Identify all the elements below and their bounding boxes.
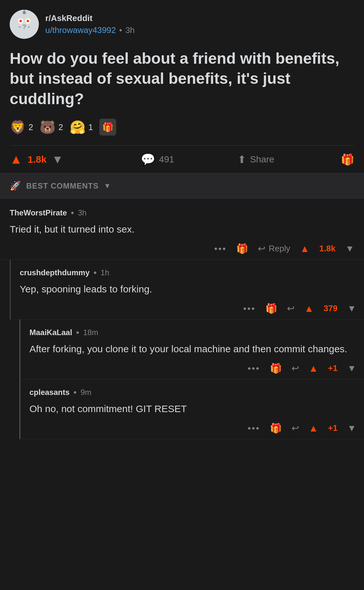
- comment-n3-reply-button[interactable]: ↩: [292, 423, 299, 433]
- comment-n3-dot: •: [73, 387, 77, 398]
- comment-1-actions: ••• 🎁 ↩ Reply ▲ 1.8k ▼: [10, 243, 354, 254]
- comment-n2-upvote-button[interactable]: ▲: [309, 363, 318, 374]
- rocket-icon: 🚀: [10, 180, 21, 191]
- post-time: 3h: [125, 25, 135, 35]
- downvote-button[interactable]: ▼: [52, 153, 63, 166]
- comment-n3-vote-count: +1: [328, 423, 338, 433]
- vote-section: ▲ 1.8k ▼: [10, 152, 108, 167]
- comment-n1-reply-button[interactable]: ↩: [287, 303, 294, 314]
- comment-1-time: 3h: [78, 208, 87, 217]
- comment-n2-downvote-button[interactable]: ▼: [347, 363, 356, 374]
- comment-n1-username[interactable]: crushdepthdummy: [20, 268, 90, 277]
- comment-n2-actions: ••• 🎁 ↩ ▲ +1 ▼: [29, 363, 356, 374]
- comment-1-dot: •: [71, 208, 74, 218]
- dot-separator: •: [119, 25, 122, 35]
- comment-1-more-button[interactable]: •••: [214, 244, 226, 254]
- award-count-3: 1: [88, 122, 93, 132]
- comment-n2-dot: •: [76, 327, 79, 338]
- post-actions: ▲ 1.8k ▼ 💬 491 ⬆ Share 🎁: [10, 145, 354, 173]
- chevron-down-icon: ▼: [104, 182, 111, 190]
- comment-nested-3: cpleasants • 9m Oh no, not commitment! G…: [19, 379, 364, 439]
- comment-n1-header: crushdepthdummy • 1h: [20, 268, 356, 278]
- comment-n3-downvote-button[interactable]: ▼: [347, 423, 356, 433]
- comment-1-body: Tried it, but it turned into sex.: [10, 222, 354, 236]
- share-label: Share: [250, 154, 274, 165]
- post-username[interactable]: u/throwaway43992: [45, 25, 116, 35]
- comment-n1-time: 1h: [101, 268, 109, 277]
- award-item-3: 🤗 1: [70, 120, 93, 135]
- award-item-1: 🦁 2: [10, 120, 33, 135]
- share-button[interactable]: ⬆ Share: [207, 153, 305, 166]
- comment-n2-header: MaaiKaLaal • 18m: [29, 327, 356, 338]
- reply-icon-1: ↩: [258, 243, 265, 254]
- comment-n1-more-button[interactable]: •••: [243, 303, 256, 314]
- post-gift-button[interactable]: 🎁: [305, 153, 354, 166]
- reply-icon-n3: ↩: [292, 423, 299, 433]
- award-emoji-2: 🐻: [39, 120, 56, 135]
- comment-n2-username[interactable]: MaaiKaLaal: [29, 328, 72, 337]
- comment-1-downvote-button[interactable]: ▼: [345, 244, 354, 254]
- share-icon: ⬆: [237, 153, 246, 166]
- svg-rect-9: [19, 27, 21, 27]
- subreddit-info: r/AskReddit u/throwaway43992 • 3h: [45, 13, 135, 35]
- comment-n1-body: Yep, spooning leads to forking.: [20, 282, 356, 296]
- award-emoji-1: 🦁: [10, 120, 26, 135]
- post-header: ? r/AskReddit u/throwaway43992 • 3h: [10, 10, 354, 39]
- comments-section: TheWorstPirate • 3h Tried it, but it tur…: [0, 199, 364, 439]
- comment-n2-gift-button[interactable]: 🎁: [270, 363, 282, 374]
- comment-n1-actions: ••• 🎁 ↩ ▲ 379 ▼: [20, 303, 356, 314]
- vote-count: 1.8k: [28, 154, 47, 165]
- comment-n3-gift-button[interactable]: 🎁: [270, 422, 282, 434]
- comment-n1-vote-count: 379: [324, 303, 337, 313]
- comment-nested-2: MaaiKaLaal • 18m After forking, you clon…: [19, 320, 364, 379]
- comment-n1-downvote-button[interactable]: ▼: [347, 303, 356, 314]
- best-comments-bar[interactable]: 🚀 BEST COMMENTS ▼: [0, 173, 364, 199]
- gift-award-button[interactable]: 🎁: [99, 119, 116, 136]
- post-container: ? r/AskReddit u/throwaway43992 • 3h How …: [0, 0, 364, 173]
- comment-1-username[interactable]: TheWorstPirate: [10, 208, 67, 217]
- comment-1-upvote-button[interactable]: ▲: [300, 243, 310, 254]
- comment-n2-time: 18m: [83, 328, 98, 337]
- subreddit-name[interactable]: r/AskReddit: [45, 13, 135, 23]
- comment-n2-more-button[interactable]: •••: [248, 363, 260, 374]
- svg-point-4: [19, 20, 22, 22]
- award-count-1: 2: [28, 122, 33, 132]
- comment-1-header: TheWorstPirate • 3h: [10, 208, 354, 218]
- svg-text:?: ?: [22, 23, 26, 30]
- svg-rect-10: [28, 27, 30, 27]
- comment-n1-gift-button[interactable]: 🎁: [265, 303, 277, 314]
- reply-icon-n2: ↩: [292, 363, 299, 374]
- award-emoji-3: 🤗: [70, 120, 86, 135]
- avatar: ?: [10, 10, 39, 39]
- svg-point-5: [27, 20, 29, 22]
- comment-n1-upvote-button[interactable]: ▲: [304, 303, 314, 314]
- reply-icon-n1: ↩: [287, 303, 294, 314]
- comment-n3-upvote-button[interactable]: ▲: [309, 423, 318, 434]
- comment-n3-actions: ••• 🎁 ↩ ▲ +1 ▼: [29, 422, 356, 434]
- comment-n3-more-button[interactable]: •••: [248, 423, 260, 433]
- best-comments-label: BEST COMMENTS: [26, 181, 99, 191]
- comment-n2-vote-count: +1: [328, 363, 338, 373]
- comment-1: TheWorstPirate • 3h Tried it, but it tur…: [0, 199, 364, 260]
- comment-1-vote-count: 1.8k: [319, 244, 336, 254]
- comment-icon: 💬: [141, 153, 155, 166]
- comment-n3-username[interactable]: cpleasants: [29, 388, 70, 397]
- comment-n2-reply-button[interactable]: ↩: [292, 363, 299, 374]
- svg-point-8: [23, 11, 26, 14]
- comment-n1-dot: •: [94, 268, 97, 278]
- comments-button[interactable]: 💬 491: [108, 153, 206, 166]
- post-title: How do you feel about a friend with bene…: [10, 49, 354, 109]
- comment-nested-1: crushdepthdummy • 1h Yep, spooning leads…: [10, 260, 364, 320]
- comment-n3-body: Oh no, not commitment! GIT RESET: [29, 401, 356, 416]
- upvote-button[interactable]: ▲: [10, 152, 23, 167]
- comment-1-gift-button[interactable]: 🎁: [236, 243, 248, 254]
- award-item-2: 🐻 2: [39, 120, 63, 135]
- comment-n3-time: 9m: [81, 388, 91, 397]
- comment-1-reply-label: Reply: [269, 244, 290, 254]
- comment-n3-header: cpleasants • 9m: [29, 387, 356, 398]
- gift-icon: 🎁: [341, 153, 354, 166]
- user-time-row: u/throwaway43992 • 3h: [45, 25, 135, 35]
- comment-n2-body: After forking, you clone it to your loca…: [29, 342, 356, 356]
- comment-1-reply-button[interactable]: ↩ Reply: [258, 243, 290, 254]
- comments-count: 491: [159, 154, 174, 165]
